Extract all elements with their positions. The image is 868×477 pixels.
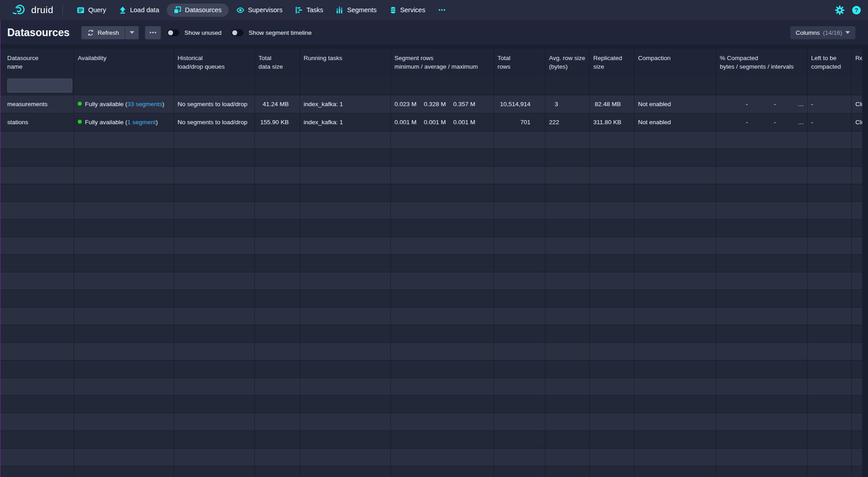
cell-value: 222 bbox=[549, 119, 559, 126]
empty-cell bbox=[545, 466, 590, 477]
empty-cell bbox=[255, 131, 300, 149]
empty-cell bbox=[590, 431, 634, 448]
col-header-avgRowSize[interactable]: Avg. row size(bytes) bbox=[545, 49, 590, 76]
empty-cell bbox=[590, 413, 634, 430]
nav-item-services[interactable]: Services bbox=[385, 4, 431, 17]
availability-suffix: ) bbox=[162, 101, 164, 108]
empty-cell bbox=[494, 255, 545, 272]
empty-cell bbox=[300, 202, 391, 219]
empty-cell bbox=[174, 413, 255, 430]
filter-cell-leftCompacted bbox=[807, 76, 852, 95]
sub-value: 0.328 M bbox=[424, 95, 453, 113]
empty-cell bbox=[494, 325, 545, 342]
empty-row bbox=[0, 255, 862, 272]
columns-picker-button[interactable]: Columns (14/16) bbox=[790, 26, 855, 39]
empty-cell bbox=[716, 237, 807, 254]
col-header-historical[interactable]: Historicalload/drop queues bbox=[174, 49, 255, 76]
empty-cell bbox=[634, 378, 716, 395]
empty-cell bbox=[634, 449, 716, 466]
col-header-label: Running tasks bbox=[304, 54, 387, 62]
sub-value: … bbox=[776, 113, 804, 131]
empty-cell bbox=[634, 360, 716, 378]
refresh-options-caret-button[interactable] bbox=[125, 26, 139, 39]
empty-cell bbox=[807, 325, 852, 342]
empty-cell bbox=[716, 431, 807, 448]
cell-value: 10,514,914 bbox=[500, 101, 530, 108]
empty-cell bbox=[590, 396, 634, 413]
datasource-name-filter-input[interactable] bbox=[7, 79, 72, 93]
datasource-row: stationsFully available (1 segment)No se… bbox=[0, 113, 862, 131]
empty-cell bbox=[590, 272, 634, 290]
segments-link[interactable]: 1 segment bbox=[127, 119, 156, 126]
empty-cell bbox=[0, 325, 74, 342]
col-header-segmentRows[interactable]: Segment rowsminimum / average / maximum bbox=[391, 49, 494, 76]
druid-logo[interactable]: druid bbox=[12, 4, 53, 16]
more-actions-button[interactable] bbox=[145, 26, 161, 39]
nav-item-datasources[interactable]: Datasources bbox=[167, 4, 228, 17]
empty-cell bbox=[807, 184, 852, 201]
empty-cell bbox=[391, 184, 494, 201]
window-left-accent bbox=[0, 21, 0, 477]
segments-link[interactable]: 33 segments bbox=[127, 101, 162, 108]
toggle-track bbox=[231, 29, 244, 36]
col-header-runningTasks[interactable]: Running tasks bbox=[300, 49, 391, 76]
empty-cell bbox=[852, 466, 862, 477]
show-unused-toggle[interactable]: Show unused bbox=[167, 29, 225, 36]
filter-cell-retention bbox=[852, 76, 862, 95]
empty-row bbox=[0, 131, 862, 149]
empty-cell bbox=[545, 343, 590, 360]
empty-cell bbox=[716, 308, 807, 325]
empty-cell bbox=[545, 255, 590, 272]
empty-cell bbox=[391, 343, 494, 360]
col-header-pctCompacted[interactable]: % Compactedbytes / segments / intervals bbox=[716, 49, 807, 76]
empty-cell bbox=[590, 290, 634, 307]
cell-segmentRows: 0.001 M0.001 M0.001 M bbox=[391, 113, 494, 131]
col-header-label: Segment rows bbox=[394, 54, 490, 62]
empty-cell bbox=[716, 360, 807, 378]
empty-cell bbox=[634, 431, 716, 448]
help-icon[interactable]: ? bbox=[852, 6, 861, 14]
col-header-compaction[interactable]: Compaction bbox=[634, 49, 716, 76]
cell-availability: Fully available (33 segments) bbox=[74, 95, 174, 113]
refresh-button[interactable]: Refresh bbox=[81, 26, 125, 39]
empty-cell bbox=[716, 290, 807, 307]
col-header-totalRows[interactable]: Totalrows bbox=[494, 49, 545, 76]
empty-cell bbox=[716, 272, 807, 290]
empty-cell bbox=[494, 237, 545, 254]
col-header-totalDataSize[interactable]: Totaldata size bbox=[255, 49, 300, 76]
filter-cell-availability bbox=[74, 76, 174, 95]
nav-item-more[interactable] bbox=[433, 4, 451, 16]
empty-cell bbox=[716, 449, 807, 466]
nav-item-load-data[interactable]: Load data bbox=[114, 4, 164, 17]
cell-value: Not enabled bbox=[638, 101, 671, 108]
empty-cell bbox=[545, 184, 590, 201]
empty-cell bbox=[0, 272, 74, 290]
cell-historical: No segments to load/drop bbox=[174, 113, 255, 131]
empty-cell bbox=[391, 220, 494, 237]
empty-cell bbox=[494, 396, 545, 413]
col-header-label: Availability bbox=[78, 54, 170, 62]
empty-cell bbox=[852, 396, 862, 413]
empty-cell bbox=[391, 378, 494, 395]
empty-cell bbox=[391, 237, 494, 254]
empty-cell bbox=[807, 272, 852, 290]
col-header-availability[interactable]: Availability bbox=[74, 49, 174, 76]
nav-item-segments[interactable]: Segments bbox=[331, 4, 381, 17]
col-header-leftCompacted[interactable]: Left to becompacted bbox=[807, 49, 852, 76]
col-header-name[interactable]: Datasourcename bbox=[0, 49, 74, 76]
nav-item-tasks[interactable]: Tasks bbox=[290, 4, 328, 17]
empty-row bbox=[0, 466, 862, 477]
empty-cell bbox=[545, 237, 590, 254]
show-segment-timeline-toggle[interactable]: Show segment timeline bbox=[231, 29, 315, 36]
nav-item-supervisors[interactable]: Supervisors bbox=[231, 4, 288, 17]
gear-icon[interactable] bbox=[835, 5, 845, 15]
empty-cell bbox=[590, 237, 634, 254]
nav-item-query[interactable]: Query bbox=[72, 4, 111, 17]
cell-availability: Fully available (1 segment) bbox=[74, 113, 174, 131]
col-header-replicatedSize[interactable]: Replicatedsize bbox=[590, 49, 634, 76]
view-control-bar: Datasources Refresh bbox=[0, 21, 868, 44]
empty-cell bbox=[590, 220, 634, 237]
empty-cell bbox=[494, 308, 545, 325]
empty-cell bbox=[391, 308, 494, 325]
col-header-retention[interactable]: Retention bbox=[852, 49, 862, 76]
